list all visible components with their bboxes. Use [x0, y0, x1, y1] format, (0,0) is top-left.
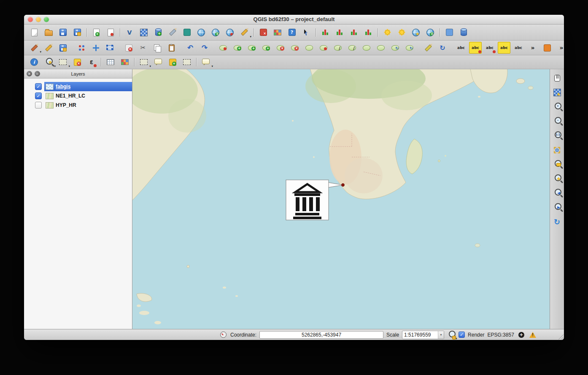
messages-button[interactable]: [529, 331, 537, 339]
add-raster-layer-button[interactable]: [137, 27, 151, 38]
coordinate-input[interactable]: [259, 331, 383, 339]
rotate-feature-button[interactable]: ↻: [388, 42, 402, 54]
labeling-options-button[interactable]: abc: [454, 42, 468, 54]
label-pencil-tool-button[interactable]: [421, 42, 435, 54]
new-bookmark-button[interactable]: +: [165, 56, 180, 68]
zoom-last-button[interactable]: ◀: [551, 187, 563, 199]
render-checkbox[interactable]: [459, 332, 465, 338]
bar-chart-tool-3-button[interactable]: [347, 27, 361, 38]
offset-point-symbols-tool-button[interactable]: [540, 42, 554, 54]
remove-layer-button[interactable]: ×: [256, 27, 270, 38]
zoom-window-button[interactable]: [44, 17, 49, 22]
refresh-map-button[interactable]: ↻: [551, 215, 563, 228]
layer-visibility-checkbox[interactable]: [35, 83, 42, 90]
add-feature-button[interactable]: [74, 42, 89, 54]
scale-combobox[interactable]: 1:51769559 ▾: [402, 331, 444, 339]
toolbar-overflow-1-button[interactable]: »: [526, 42, 540, 54]
zoom-to-layer-button[interactable]: [551, 158, 563, 171]
touch-select-tool-button[interactable]: [442, 27, 456, 38]
rotate-tool-button[interactable]: ↻: [435, 42, 450, 54]
add-wcs-layer-button[interactable]: +: [208, 27, 223, 38]
delete-part-button[interactable]: ×: [288, 42, 302, 54]
map-tips-button[interactable]: [151, 56, 165, 68]
resize-grip[interactable]: [558, 334, 564, 340]
paste-features-button[interactable]: [165, 42, 179, 54]
simplify-feature-button[interactable]: [216, 42, 230, 54]
layer-item-HYP_HR[interactable]: HYP_HR: [24, 101, 132, 110]
field-calculator-button[interactable]: [118, 56, 132, 68]
add-wfs-layer-button[interactable]: [223, 27, 237, 38]
magnifier-edit-button[interactable]: [447, 331, 456, 339]
add-wms-layer-button[interactable]: [194, 27, 208, 38]
zoom-native-button[interactable]: 1:1: [551, 129, 563, 142]
copy-features-button[interactable]: [150, 42, 165, 54]
save-layer-edits-button[interactable]: [56, 42, 70, 54]
label-tool-5-button[interactable]: abc: [511, 42, 526, 54]
globe-plugin-tool-2-button[interactable]: +: [423, 27, 437, 38]
select-features-menu-button[interactable]: ▾: [56, 56, 70, 68]
layer-visibility-checkbox[interactable]: [35, 92, 42, 99]
composer-manager-button[interactable]: [103, 27, 118, 38]
layer-item-NE1_HR_LC[interactable]: NE1_HR_LC: [24, 91, 132, 101]
bar-chart-tool-2-button[interactable]: [332, 27, 347, 38]
offset-curve-button[interactable]: [316, 42, 331, 54]
redo-button[interactable]: ↷: [197, 42, 212, 54]
merge-attributes-button[interactable]: [374, 42, 388, 54]
bar-chart-tool-1-button[interactable]: [318, 27, 332, 38]
layer-item-fabgis[interactable]: fabgis: [24, 82, 132, 91]
help-contents-button[interactable]: ?: [285, 27, 299, 38]
close-panel-button[interactable]: [27, 71, 32, 76]
add-postgis-layer-button[interactable]: +: [151, 27, 165, 38]
add-vector-layer-button[interactable]: V: [122, 27, 137, 38]
db-manager-button[interactable]: [456, 27, 471, 38]
current-edits-button[interactable]: ▾: [27, 42, 41, 54]
rotate-point-symbols-button[interactable]: ↻: [402, 42, 417, 54]
whats-this-button[interactable]: ?: [299, 27, 313, 38]
map-canvas[interactable]: [132, 69, 550, 329]
zoom-full-button[interactable]: [551, 144, 563, 156]
deselect-features-button[interactable]: ×: [70, 56, 84, 68]
crs-picker-button[interactable]: [517, 331, 526, 339]
split-features-button[interactable]: /: [331, 42, 345, 54]
undo-button[interactable]: ↶: [183, 42, 197, 54]
delete-ring-button[interactable]: ×: [273, 42, 288, 54]
open-project-button[interactable]: [41, 27, 56, 38]
split-parts-button[interactable]: /: [345, 42, 359, 54]
move-feature-button[interactable]: [89, 42, 103, 54]
select-by-expression-button[interactable]: ε: [84, 56, 99, 68]
zoom-in-button[interactable]: +: [551, 101, 563, 113]
label-tool-3-button[interactable]: abc: [483, 42, 497, 54]
pan-to-selection-button[interactable]: ★: [551, 86, 563, 99]
new-project-button[interactable]: [27, 27, 41, 38]
show-bookmarks-button[interactable]: [180, 56, 194, 68]
add-part-button[interactable]: +: [245, 42, 259, 54]
identify-features-button[interactable]: i: [27, 56, 41, 68]
add-ring-button[interactable]: +: [230, 42, 245, 54]
new-shapefile-layer-button[interactable]: ▾: [237, 27, 251, 38]
add-spatialite-layer-button[interactable]: [165, 27, 180, 38]
label-tool-2-button[interactable]: abc: [468, 42, 483, 54]
save-project-as-button[interactable]: [70, 27, 84, 38]
measure-menu-button[interactable]: ▾: [137, 56, 151, 68]
zoom-to-selection-menu-button[interactable]: ★▾: [41, 56, 56, 68]
cut-features-button[interactable]: ✂: [136, 42, 150, 54]
scale-dropdown-arrow-icon[interactable]: ▾: [438, 331, 444, 339]
open-attribute-table-button[interactable]: [103, 56, 118, 68]
merge-features-button[interactable]: [359, 42, 374, 54]
delete-selected-button[interactable]: ×: [121, 42, 136, 54]
text-annotation-menu-button[interactable]: ▾: [199, 56, 213, 68]
extents-toggle-button[interactable]: [219, 331, 227, 339]
layer-visibility-checkbox[interactable]: [35, 102, 42, 109]
toolbar-overflow-2-button[interactable]: »: [554, 42, 564, 54]
sun-raster-tool-1-button[interactable]: [380, 27, 394, 38]
crs-status-label[interactable]: EPSG:3857: [487, 332, 514, 338]
sun-raster-tool-2-button[interactable]: [394, 27, 409, 38]
save-project-button[interactable]: [56, 27, 70, 38]
minimize-window-button[interactable]: [36, 17, 41, 22]
zoom-out-button[interactable]: −: [551, 115, 563, 128]
new-print-composer-button[interactable]: +: [89, 27, 103, 38]
fill-ring-button[interactable]: +: [259, 42, 273, 54]
reshape-features-button[interactable]: [302, 42, 316, 54]
node-tool-button[interactable]: [103, 42, 117, 54]
undock-panel-button[interactable]: [35, 71, 40, 76]
